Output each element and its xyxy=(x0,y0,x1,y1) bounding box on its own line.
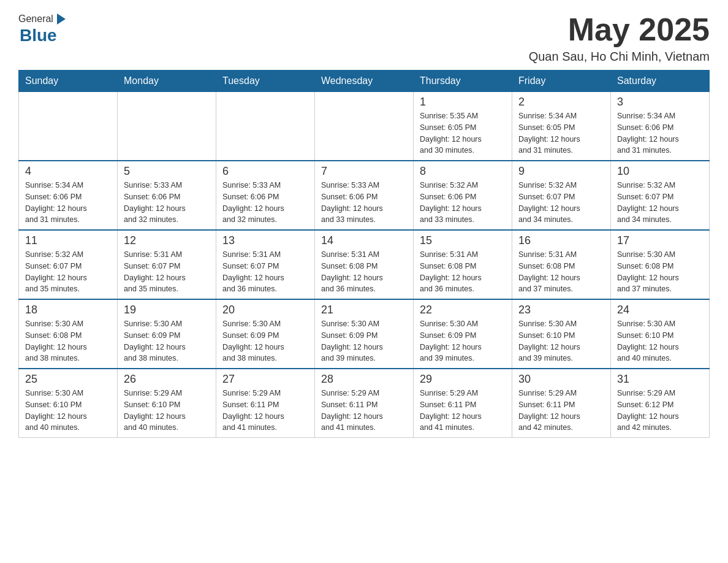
day-info: Sunrise: 5:31 AM Sunset: 6:08 PM Dayligh… xyxy=(321,249,407,295)
calendar-cell: 27Sunrise: 5:29 AM Sunset: 6:11 PM Dayli… xyxy=(216,369,315,438)
day-info: Sunrise: 5:30 AM Sunset: 6:10 PM Dayligh… xyxy=(617,318,703,364)
day-info: Sunrise: 5:31 AM Sunset: 6:08 PM Dayligh… xyxy=(518,249,604,295)
day-info: Sunrise: 5:30 AM Sunset: 6:08 PM Dayligh… xyxy=(25,318,111,364)
day-info: Sunrise: 5:33 AM Sunset: 6:06 PM Dayligh… xyxy=(124,180,210,226)
day-info: Sunrise: 5:30 AM Sunset: 6:09 PM Dayligh… xyxy=(124,318,210,364)
calendar-week-row: 1Sunrise: 5:35 AM Sunset: 6:05 PM Daylig… xyxy=(19,92,710,161)
calendar-cell: 28Sunrise: 5:29 AM Sunset: 6:11 PM Dayli… xyxy=(315,369,414,438)
calendar-cell: 21Sunrise: 5:30 AM Sunset: 6:09 PM Dayli… xyxy=(315,299,414,369)
day-number: 18 xyxy=(25,304,111,316)
calendar-cell: 20Sunrise: 5:30 AM Sunset: 6:09 PM Dayli… xyxy=(216,299,315,369)
calendar-day-header: Tuesday xyxy=(216,71,315,92)
calendar-cell: 13Sunrise: 5:31 AM Sunset: 6:07 PM Dayli… xyxy=(216,230,315,299)
day-number: 6 xyxy=(222,165,308,178)
day-info: Sunrise: 5:30 AM Sunset: 6:09 PM Dayligh… xyxy=(420,318,506,364)
day-info: Sunrise: 5:31 AM Sunset: 6:08 PM Dayligh… xyxy=(420,249,506,295)
calendar-cell: 1Sunrise: 5:35 AM Sunset: 6:05 PM Daylig… xyxy=(414,92,512,161)
calendar-week-row: 4Sunrise: 5:34 AM Sunset: 6:06 PM Daylig… xyxy=(19,161,710,230)
calendar-day-header: Monday xyxy=(118,71,216,92)
logo-arrow-icon xyxy=(55,12,68,26)
day-info: Sunrise: 5:32 AM Sunset: 6:06 PM Dayligh… xyxy=(420,180,506,226)
day-number: 4 xyxy=(25,165,111,178)
calendar-cell: 14Sunrise: 5:31 AM Sunset: 6:08 PM Dayli… xyxy=(315,230,414,299)
calendar-cell: 25Sunrise: 5:30 AM Sunset: 6:10 PM Dayli… xyxy=(19,369,118,438)
calendar-week-row: 25Sunrise: 5:30 AM Sunset: 6:10 PM Dayli… xyxy=(19,369,710,438)
day-info: Sunrise: 5:29 AM Sunset: 6:11 PM Dayligh… xyxy=(222,388,308,434)
day-number: 8 xyxy=(420,165,506,178)
calendar-cell: 4Sunrise: 5:34 AM Sunset: 6:06 PM Daylig… xyxy=(19,161,118,230)
day-number: 16 xyxy=(518,234,604,247)
day-number: 9 xyxy=(518,165,604,178)
day-number: 27 xyxy=(222,373,308,386)
day-number: 30 xyxy=(518,373,604,386)
day-number: 1 xyxy=(420,96,506,109)
day-info: Sunrise: 5:35 AM Sunset: 6:05 PM Dayligh… xyxy=(420,110,506,156)
calendar-cell: 12Sunrise: 5:31 AM Sunset: 6:07 PM Dayli… xyxy=(118,230,216,299)
day-number: 7 xyxy=(321,165,407,178)
day-info: Sunrise: 5:30 AM Sunset: 6:09 PM Dayligh… xyxy=(321,318,407,364)
day-number: 3 xyxy=(617,96,703,109)
day-number: 10 xyxy=(617,165,703,178)
calendar-day-header: Thursday xyxy=(414,71,512,92)
day-number: 22 xyxy=(420,304,506,316)
calendar-cell: 19Sunrise: 5:30 AM Sunset: 6:09 PM Dayli… xyxy=(118,299,216,369)
day-info: Sunrise: 5:29 AM Sunset: 6:11 PM Dayligh… xyxy=(321,388,407,434)
day-info: Sunrise: 5:33 AM Sunset: 6:06 PM Dayligh… xyxy=(222,180,308,226)
day-info: Sunrise: 5:30 AM Sunset: 6:10 PM Dayligh… xyxy=(25,388,111,434)
calendar-cell: 17Sunrise: 5:30 AM Sunset: 6:08 PM Dayli… xyxy=(611,230,710,299)
calendar-day-header: Sunday xyxy=(19,71,118,92)
day-number: 28 xyxy=(321,373,407,386)
calendar-day-header: Friday xyxy=(512,71,611,92)
day-number: 2 xyxy=(518,96,604,109)
day-number: 11 xyxy=(25,234,111,247)
day-info: Sunrise: 5:33 AM Sunset: 6:06 PM Dayligh… xyxy=(321,180,407,226)
day-number: 20 xyxy=(222,304,308,316)
calendar-cell: 7Sunrise: 5:33 AM Sunset: 6:06 PM Daylig… xyxy=(315,161,414,230)
calendar-cell: 18Sunrise: 5:30 AM Sunset: 6:08 PM Dayli… xyxy=(19,299,118,369)
calendar-week-row: 18Sunrise: 5:30 AM Sunset: 6:08 PM Dayli… xyxy=(19,299,710,369)
day-info: Sunrise: 5:30 AM Sunset: 6:08 PM Dayligh… xyxy=(617,249,703,295)
day-number: 25 xyxy=(25,373,111,386)
day-info: Sunrise: 5:29 AM Sunset: 6:11 PM Dayligh… xyxy=(420,388,506,434)
day-number: 23 xyxy=(518,304,604,316)
day-number: 15 xyxy=(420,234,506,247)
calendar-cell: 30Sunrise: 5:29 AM Sunset: 6:11 PM Dayli… xyxy=(512,369,611,438)
svg-marker-0 xyxy=(57,13,66,25)
title-section: May 2025 Quan Sau, Ho Chi Minh, Vietnam xyxy=(529,12,710,64)
calendar-cell: 29Sunrise: 5:29 AM Sunset: 6:11 PM Dayli… xyxy=(414,369,512,438)
logo: General Blue xyxy=(18,12,68,45)
day-info: Sunrise: 5:32 AM Sunset: 6:07 PM Dayligh… xyxy=(518,180,604,226)
day-number: 21 xyxy=(321,304,407,316)
day-number: 31 xyxy=(617,373,703,386)
day-info: Sunrise: 5:30 AM Sunset: 6:10 PM Dayligh… xyxy=(518,318,604,364)
day-number: 19 xyxy=(124,304,210,316)
day-number: 12 xyxy=(124,234,210,247)
day-number: 5 xyxy=(124,165,210,178)
page-header: General Blue May 2025 Quan Sau, Ho Chi M… xyxy=(18,12,710,64)
day-number: 13 xyxy=(222,234,308,247)
calendar-cell xyxy=(19,92,118,161)
day-info: Sunrise: 5:29 AM Sunset: 6:10 PM Dayligh… xyxy=(124,388,210,434)
day-info: Sunrise: 5:32 AM Sunset: 6:07 PM Dayligh… xyxy=(617,180,703,226)
calendar-cell: 9Sunrise: 5:32 AM Sunset: 6:07 PM Daylig… xyxy=(512,161,611,230)
calendar-cell xyxy=(118,92,216,161)
day-info: Sunrise: 5:29 AM Sunset: 6:12 PM Dayligh… xyxy=(617,388,703,434)
calendar-cell: 15Sunrise: 5:31 AM Sunset: 6:08 PM Dayli… xyxy=(414,230,512,299)
day-number: 17 xyxy=(617,234,703,247)
month-title: May 2025 xyxy=(529,12,710,47)
calendar-week-row: 11Sunrise: 5:32 AM Sunset: 6:07 PM Dayli… xyxy=(19,230,710,299)
logo-general-text: General xyxy=(18,13,53,25)
calendar-cell: 22Sunrise: 5:30 AM Sunset: 6:09 PM Dayli… xyxy=(414,299,512,369)
calendar-day-header: Saturday xyxy=(611,71,710,92)
location-text: Quan Sau, Ho Chi Minh, Vietnam xyxy=(529,50,710,64)
calendar-cell: 6Sunrise: 5:33 AM Sunset: 6:06 PM Daylig… xyxy=(216,161,315,230)
day-info: Sunrise: 5:32 AM Sunset: 6:07 PM Dayligh… xyxy=(25,249,111,295)
day-info: Sunrise: 5:34 AM Sunset: 6:06 PM Dayligh… xyxy=(617,110,703,156)
day-info: Sunrise: 5:30 AM Sunset: 6:09 PM Dayligh… xyxy=(222,318,308,364)
calendar-cell: 23Sunrise: 5:30 AM Sunset: 6:10 PM Dayli… xyxy=(512,299,611,369)
day-number: 14 xyxy=(321,234,407,247)
calendar-cell: 31Sunrise: 5:29 AM Sunset: 6:12 PM Dayli… xyxy=(611,369,710,438)
day-info: Sunrise: 5:31 AM Sunset: 6:07 PM Dayligh… xyxy=(124,249,210,295)
calendar-cell: 2Sunrise: 5:34 AM Sunset: 6:05 PM Daylig… xyxy=(512,92,611,161)
calendar-cell: 11Sunrise: 5:32 AM Sunset: 6:07 PM Dayli… xyxy=(19,230,118,299)
